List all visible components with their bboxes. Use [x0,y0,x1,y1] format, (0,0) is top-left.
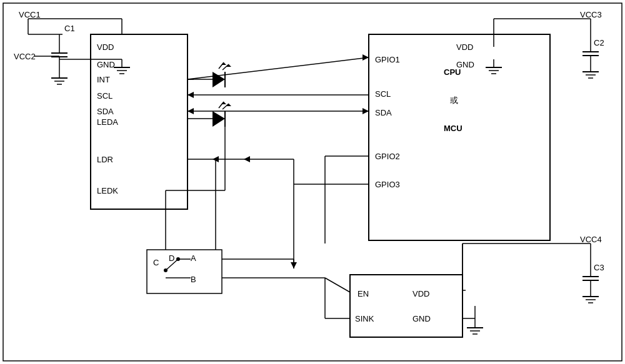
scl-right-label: SCL [375,89,391,99]
ledk-label: LEDK [97,186,118,195]
switch-b-label: B [191,275,196,284]
ldr-label: LDR [97,155,113,164]
gpio1-label: GPIO1 [375,55,400,64]
vcc1-label: VCC1 [19,10,41,19]
en-label: EN [358,289,369,298]
c3-label: C3 [594,263,604,272]
sda-left-label: SDA [97,107,114,116]
c1-label: C1 [64,24,75,33]
gpio2-label: GPIO2 [375,152,400,161]
switch-d-label: D [169,253,174,263]
svg-rect-76 [350,275,462,337]
or-label: 或 [450,96,458,105]
vdd-right-label: VDD [456,42,473,52]
vdd-left-label: VDD [97,42,114,52]
sda-right-label: SDA [375,108,392,117]
mcu-label: MCU [444,124,462,133]
vdd-bottom-label: VDD [412,289,429,298]
leda-label: LEDA [97,117,118,127]
switch-a-label: A [191,253,196,263]
switch-c-label: C [153,258,159,267]
gpio3-label: GPIO3 [375,180,400,189]
vcc2-label: VCC2 [14,52,36,61]
svg-point-69 [176,257,180,261]
gnd-right-label: GND [456,60,474,69]
scl-left-label: SCL [97,91,112,101]
c2-label: C2 [594,38,604,47]
vcc4-label: VCC4 [580,235,602,244]
svg-point-70 [164,268,168,272]
gnd-left-label: GND [97,60,115,69]
svg-rect-65 [147,250,222,293]
vcc3-label: VCC3 [580,10,602,19]
sink-label: SINK [355,314,374,323]
int-label: INT [97,75,110,84]
gnd-bottom-label: GND [412,314,431,323]
